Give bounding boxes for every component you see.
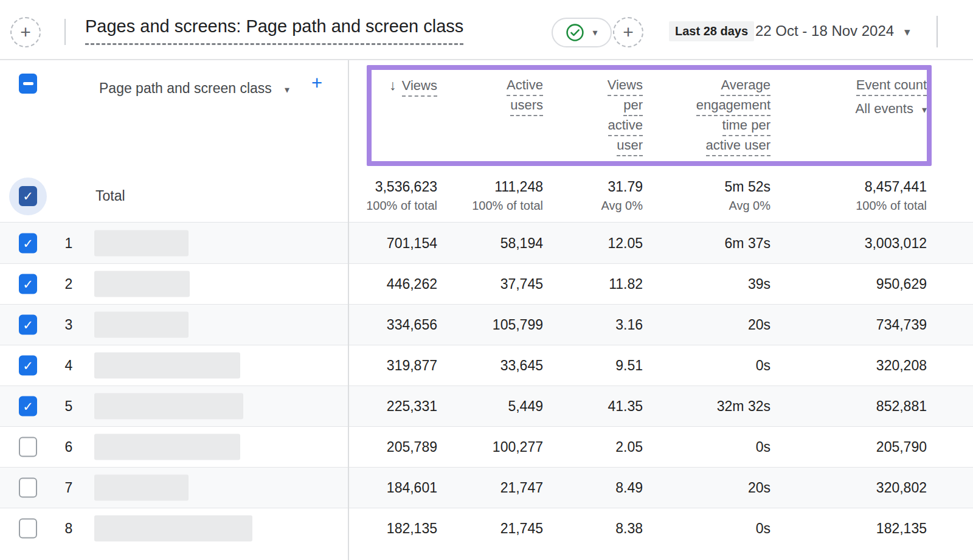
column-label: active (608, 117, 643, 136)
check-icon: ✓ (23, 278, 33, 291)
column-label: Average (721, 77, 770, 96)
column-label: user (617, 137, 643, 156)
cell-event-count: 852,881 (876, 398, 927, 415)
chevron-down-icon: ▾ (904, 26, 910, 38)
cell-avg-engagement-time: 0s (756, 520, 770, 537)
table-row: ✓ 3 334,656 105,799 3.16 20s 734,739 (0, 304, 973, 345)
row-checkbox[interactable]: ✓ (19, 356, 37, 376)
chevron-down-icon: ▾ (922, 105, 927, 115)
table-row: ✓ 8 182,135 21,745 8.38 0s 182,135 (0, 508, 973, 548)
table-row: ✓ 7 184,601 21,747 8.49 20s 320,802 (0, 467, 973, 508)
cell-views: 184,601 (387, 480, 437, 496)
cell-active-users: 21,745 (500, 520, 543, 537)
redacted-page-path (94, 353, 240, 379)
column-header-active-users[interactable]: Active users (507, 77, 543, 117)
cell-views-per-active-user: 12.05 (608, 235, 643, 251)
cell-event-count: 320,802 (876, 480, 927, 496)
total-views-per-active-user-share: Avg 0% (601, 199, 643, 213)
table-row: ✓ 4 319,877 33,645 9.51 0s 320,208 (0, 345, 973, 385)
row-rank: 4 (61, 358, 77, 374)
chevron-down-icon: ▾ (285, 85, 289, 95)
column-divider (348, 60, 349, 560)
total-views-share: 100% of total (366, 199, 437, 213)
cell-avg-engagement-time: 6m 37s (725, 235, 770, 251)
column-label: users (510, 97, 543, 116)
row-rank: 8 (61, 520, 77, 537)
page-title-text[interactable]: Pages and screens: Page path and screen … (85, 16, 463, 45)
row-checkbox[interactable]: ✓ (19, 274, 37, 294)
row-checkbox[interactable]: ✓ (19, 396, 37, 417)
add-report-button[interactable]: + (613, 17, 643, 47)
cell-views-per-active-user: 3.16 (615, 317, 643, 333)
column-label: time per (722, 117, 770, 136)
cell-avg-engagement-time: 20s (748, 480, 770, 496)
column-header-avg-engagement-time[interactable]: Average engagement time per active user (696, 77, 770, 157)
column-header-views[interactable]: ↓Views (389, 77, 437, 98)
cell-event-count: 950,629 (876, 276, 927, 292)
cell-views-per-active-user: 41.35 (608, 398, 643, 415)
row-rank: 7 (61, 480, 77, 496)
cell-views-per-active-user: 9.51 (615, 358, 643, 374)
cell-event-count: 3,003,012 (865, 235, 927, 251)
row-rank: 3 (61, 317, 77, 333)
redacted-page-path (94, 516, 252, 542)
column-header-views-per-active-user[interactable]: Views per active user (608, 77, 643, 157)
event-filter-dropdown[interactable]: All events▾ (856, 101, 927, 117)
redacted-page-path (94, 393, 243, 420)
page-title: Pages and screens: Page path and screen … (85, 16, 463, 45)
report-status-dropdown[interactable]: ▾ (552, 18, 612, 47)
check-icon: ✓ (23, 190, 33, 202)
cell-avg-engagement-time: 20s (748, 317, 770, 333)
total-checkbox[interactable]: ✓ (19, 186, 37, 206)
cell-active-users: 21,747 (500, 480, 543, 496)
column-label: active user (706, 137, 770, 156)
add-icon: + (623, 23, 634, 41)
cell-event-count: 734,739 (876, 317, 927, 333)
column-label: per (623, 97, 643, 116)
total-event-count-share: 100% of total (856, 199, 927, 213)
report-topbar: + Pages and screens: Page path and scree… (0, 0, 973, 59)
cell-event-count: 182,135 (876, 520, 927, 537)
sort-descending-icon: ↓ (389, 77, 396, 93)
column-label: Views (608, 77, 643, 96)
cell-event-count: 320,208 (876, 358, 927, 374)
row-checkbox[interactable]: ✓ (19, 519, 37, 539)
cell-active-users: 37,745 (500, 276, 543, 292)
column-label: engagement (696, 97, 770, 116)
add-dimension-button[interactable]: + (311, 74, 322, 92)
row-checkbox[interactable]: ✓ (19, 478, 37, 498)
cell-views: 182,135 (387, 520, 437, 537)
total-active-users-share: 100% of total (472, 199, 543, 213)
column-label: Views (402, 78, 437, 97)
table-row: ✓ 2 446,262 37,745 11.82 39s 950,629 (0, 263, 973, 304)
date-range-selector[interactable]: 22 Oct - 18 Nov 2024 (755, 22, 894, 40)
row-rank: 6 (61, 439, 77, 455)
cell-avg-engagement-time: 39s (748, 276, 770, 292)
cell-active-users: 105,799 (493, 317, 543, 333)
column-label: Event count (856, 77, 927, 96)
add-comparison-button[interactable]: + (10, 17, 41, 47)
approved-check-icon (566, 23, 584, 42)
redacted-page-path (94, 434, 240, 460)
indeterminate-icon (23, 82, 33, 85)
cell-active-users: 33,645 (500, 358, 543, 374)
cell-avg-engagement-time: 32m 32s (717, 398, 770, 415)
cell-active-users: 100,277 (493, 439, 543, 455)
row-checkbox[interactable]: ✓ (19, 315, 37, 335)
redacted-page-path (94, 271, 190, 297)
total-active-users: 111,248 (494, 179, 543, 195)
ga4-pages-and-screens-report: + Pages and screens: Page path and scree… (0, 0, 973, 560)
dimension-header[interactable]: Page path and screen class (99, 80, 272, 97)
row-checkbox[interactable]: ✓ (19, 437, 37, 457)
table-header: Page path and screen class ▾ + ↓Views Ac… (0, 60, 973, 171)
cell-views: 319,877 (387, 358, 437, 374)
check-icon: ✓ (23, 359, 33, 372)
cell-views-per-active-user: 8.38 (615, 520, 643, 537)
select-all-checkbox[interactable] (19, 74, 37, 94)
column-header-event-count[interactable]: Event count All events▾ (856, 77, 927, 117)
cell-views: 205,789 (387, 439, 437, 455)
row-checkbox[interactable]: ✓ (19, 233, 37, 253)
date-preset-badge: Last 28 days (669, 21, 754, 41)
topbar-divider (64, 19, 66, 45)
table-row: ✓ 1 701,154 58,194 12.05 6m 37s 3,003,01… (0, 223, 973, 263)
